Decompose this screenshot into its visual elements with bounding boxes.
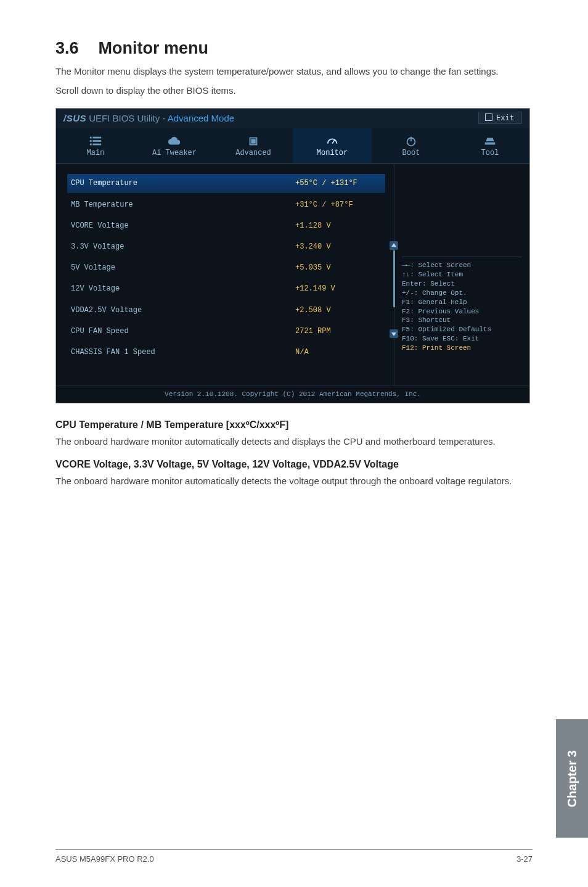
page-footer: ASUS M5A99FX PRO R2.0 3-27 bbox=[55, 849, 533, 865]
help-line: F3: Shortcut bbox=[402, 316, 522, 325]
bios-row-value: +12.149 V bbox=[295, 284, 382, 294]
bios-list: CPU Temperature+55°C / +131°FMB Temperat… bbox=[56, 164, 394, 386]
bios-row[interactable]: 12V Voltage+12.149 V bbox=[67, 279, 385, 298]
help-line: F12: Print Screen bbox=[402, 344, 522, 353]
bios-row[interactable]: MB Temperature+31°C / +87°F bbox=[67, 196, 385, 214]
svg-rect-2 bbox=[90, 140, 92, 142]
subheading-cpu-temp: CPU Temperature / MB Temperature [xxxºC/… bbox=[55, 418, 533, 432]
bios-row-label: 5V Voltage bbox=[71, 263, 295, 273]
svg-line-8 bbox=[332, 140, 335, 144]
svg-rect-7 bbox=[251, 139, 255, 143]
svg-rect-5 bbox=[92, 144, 101, 146]
bios-row-label: VDDA2.5V Voltage bbox=[71, 305, 295, 315]
bios-row-value: +2.508 V bbox=[295, 305, 382, 315]
tab-boot[interactable]: Boot bbox=[372, 128, 451, 163]
bios-row-value: +31°C / +87°F bbox=[295, 200, 382, 210]
help-line: F2: Previous Values bbox=[402, 307, 522, 316]
svg-rect-3 bbox=[92, 140, 101, 142]
tab-label: Tool bbox=[481, 149, 499, 157]
bios-tabs: Main Ai Tweaker Advanced Monitor Boot To… bbox=[56, 128, 529, 163]
section-number: 3.6 bbox=[55, 37, 79, 59]
bios-row-label: 3.3V Voltage bbox=[71, 242, 295, 252]
bios-brand: /SUS bbox=[63, 113, 86, 123]
bios-footer: Version 2.10.1208. Copyright (C) 2012 Am… bbox=[56, 386, 529, 403]
bios-titlebar: /SUS UEFI BIOS Utility - Advanced Mode E… bbox=[56, 109, 529, 128]
bios-row-label: 12V Voltage bbox=[71, 284, 295, 294]
bios-row[interactable]: 3.3V Voltage+3.240 V bbox=[67, 237, 385, 256]
help-line: →←: Select Screen bbox=[402, 261, 522, 270]
bios-help-panel: →←: Select Screen↑↓: Select ItemEnter: S… bbox=[394, 164, 529, 386]
bios-row-label: CPU Temperature bbox=[71, 178, 295, 188]
exit-label: Exit bbox=[496, 113, 514, 122]
sub2-body: The onboard hardware monitor automatical… bbox=[55, 475, 533, 487]
scroll-down-icon[interactable] bbox=[390, 329, 398, 338]
bios-row[interactable]: CPU FAN Speed2721 RPM bbox=[67, 322, 385, 340]
chapter-label: Chapter 3 bbox=[564, 750, 581, 807]
tab-tool[interactable]: Tool bbox=[451, 128, 529, 163]
bios-row-label: VCORE Voltage bbox=[71, 221, 295, 231]
svg-rect-0 bbox=[90, 137, 92, 139]
svg-rect-1 bbox=[92, 137, 101, 139]
gauge-icon bbox=[325, 134, 339, 146]
help-line: Enter: Select bbox=[402, 279, 522, 289]
help-line: +/-: Change Opt. bbox=[402, 289, 522, 298]
help-line: F1: General Help bbox=[402, 298, 522, 307]
exit-button[interactable]: Exit bbox=[478, 112, 522, 124]
subheading-voltages: VCORE Voltage, 3.3V Voltage, 5V Voltage,… bbox=[55, 458, 533, 471]
tool-icon bbox=[483, 134, 497, 146]
bios-row-value: N/A bbox=[295, 347, 382, 357]
bios-row-label: CPU FAN Speed bbox=[71, 326, 295, 336]
tab-label: Boot bbox=[402, 149, 420, 157]
help-line: F10: Save ESC: Exit bbox=[402, 334, 522, 344]
footer-model: ASUS M5A99FX PRO R2.0 bbox=[55, 854, 154, 865]
bios-title-rest: UEFI BIOS Utility - bbox=[86, 113, 168, 123]
bios-row-label: CHASSIS FAN 1 Speed bbox=[71, 347, 295, 357]
footer-page: 3-27 bbox=[517, 854, 533, 865]
svg-rect-4 bbox=[90, 144, 92, 146]
bios-title-mode: Advanced Mode bbox=[168, 113, 234, 123]
bios-row-label: MB Temperature bbox=[71, 200, 295, 210]
help-line: ↑↓: Select Item bbox=[402, 270, 522, 279]
tab-main[interactable]: Main bbox=[56, 128, 135, 163]
bios-row[interactable]: VDDA2.5V Voltage+2.508 V bbox=[67, 301, 385, 320]
bios-body: CPU Temperature+55°C / +131°FMB Temperat… bbox=[56, 163, 529, 386]
scrollbar-thumb[interactable] bbox=[393, 250, 395, 307]
section-heading: 3.6Monitor menu bbox=[55, 37, 533, 59]
bios-row[interactable]: CPU Temperature+55°C / +131°F bbox=[67, 174, 385, 192]
bios-row-value: +1.128 V bbox=[295, 221, 382, 231]
help-line: F5: Optimized Defaults bbox=[402, 325, 522, 334]
bios-row[interactable]: VCORE Voltage+1.128 V bbox=[67, 217, 385, 235]
chip-icon bbox=[247, 134, 260, 146]
scroll-up-icon[interactable] bbox=[390, 241, 398, 250]
power-icon bbox=[404, 134, 418, 146]
tab-label: Advanced bbox=[235, 149, 271, 157]
section-title-text: Monitor menu bbox=[99, 39, 208, 57]
tab-monitor[interactable]: Monitor bbox=[293, 128, 372, 163]
sub1-body: The onboard hardware monitor automatical… bbox=[55, 435, 533, 448]
tab-label: Ai Tweaker bbox=[152, 149, 197, 157]
tab-ai-tweaker[interactable]: Ai Tweaker bbox=[135, 128, 214, 163]
bios-row-value: 2721 RPM bbox=[295, 326, 382, 336]
chapter-side-tab: Chapter 3 bbox=[556, 719, 588, 838]
bios-row[interactable]: CHASSIS FAN 1 SpeedN/A bbox=[67, 343, 385, 361]
bios-row-value: +5.035 V bbox=[295, 263, 382, 273]
bios-row[interactable]: 5V Voltage+5.035 V bbox=[67, 258, 385, 277]
bios-row-value: +55°C / +131°F bbox=[295, 178, 382, 188]
intro-paragraph-2: Scroll down to display the other BIOS it… bbox=[55, 85, 533, 97]
tab-label: Main bbox=[87, 149, 105, 157]
cloud-icon bbox=[168, 134, 181, 146]
tab-label: Monitor bbox=[317, 149, 348, 157]
bios-screenshot: /SUS UEFI BIOS Utility - Advanced Mode E… bbox=[55, 108, 530, 403]
tab-advanced[interactable]: Advanced bbox=[214, 128, 293, 163]
bios-row-value: +3.240 V bbox=[295, 242, 382, 252]
intro-paragraph-1: The Monitor menu displays the system tem… bbox=[55, 65, 533, 78]
list-icon bbox=[89, 134, 102, 146]
